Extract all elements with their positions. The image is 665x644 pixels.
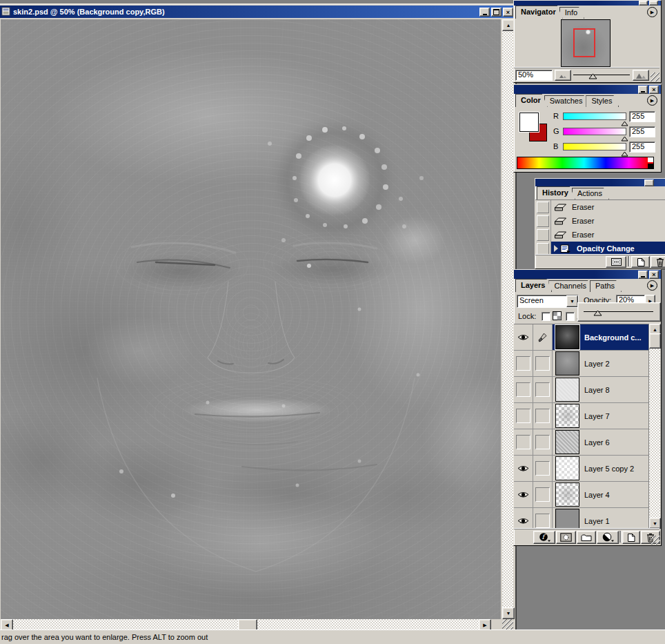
navigator-zoom-slider-track[interactable]	[573, 75, 630, 75]
lock-transparency-checkbox[interactable]	[542, 312, 550, 321]
new-snapshot-button[interactable]	[631, 256, 650, 268]
layer-visibility-cell[interactable]	[514, 324, 533, 350]
tab-layers[interactable]: Layers	[515, 279, 552, 292]
visibility-well[interactable]	[516, 356, 530, 371]
tab-channels[interactable]: Channels	[548, 280, 593, 292]
tab-color[interactable]: Color	[515, 94, 548, 107]
new-layer-button[interactable]	[622, 531, 640, 544]
layers-scrollbar[interactable]: ▲ ▼	[648, 324, 660, 529]
layer-visibility-cell[interactable]	[514, 377, 533, 402]
layer-link-cell[interactable]	[533, 351, 553, 376]
history-titlebar[interactable]	[535, 179, 665, 186]
color-spectrum-ramp[interactable]	[517, 157, 654, 169]
history-snapshot-well[interactable]	[535, 242, 551, 255]
snapshot-checkbox[interactable]	[537, 229, 549, 241]
zoom-out-button[interactable]	[555, 70, 571, 81]
navigator-zoom-slider-thumb[interactable]	[588, 72, 597, 81]
layer-main[interactable]: Layer 2	[553, 351, 648, 376]
add-layer-mask-button[interactable]	[556, 531, 576, 544]
layer-thumbnail[interactable]	[555, 325, 579, 349]
layer-main[interactable]: Layer 4	[553, 482, 648, 507]
link-well[interactable]	[535, 356, 550, 371]
snapshot-checkbox[interactable]	[537, 202, 549, 213]
minimize-button[interactable]	[638, 271, 648, 279]
layer-row[interactable]: Layer 8	[514, 377, 648, 403]
horizontal-scrollbar[interactable]: ◀ ▶	[1, 619, 491, 630]
snapshot-checkbox[interactable]	[537, 215, 549, 227]
history-state-main[interactable]: Eraser	[551, 200, 665, 214]
spectrum-white-swatch[interactable]	[648, 157, 653, 162]
layer-visibility-cell[interactable]	[514, 508, 533, 529]
minimize-button[interactable]	[644, 179, 654, 186]
window-resize-grip[interactable]	[502, 619, 513, 630]
layer-link-cell[interactable]	[533, 508, 553, 529]
new-document-from-state-button[interactable]	[606, 256, 626, 268]
close-button[interactable]: ×	[649, 271, 659, 279]
lock-image-checkbox[interactable]	[566, 312, 575, 321]
navigator-titlebar[interactable]	[514, 1, 661, 6]
panel-menu-icon[interactable]: ▶	[647, 280, 657, 291]
layer-main[interactable]: Background c...	[553, 324, 648, 350]
panel-resize-grip[interactable]	[651, 72, 659, 81]
visibility-well[interactable]	[516, 382, 530, 397]
layer-visibility-cell[interactable]	[514, 403, 533, 429]
link-well[interactable]	[535, 382, 550, 397]
zoom-in-button[interactable]	[633, 70, 649, 81]
layer-link-cell[interactable]	[533, 482, 553, 507]
layer-thumbnail[interactable]	[555, 430, 579, 454]
channel-slider-track[interactable]	[563, 113, 626, 120]
channel-value-input[interactable]	[630, 142, 657, 150]
vertical-scrollbar[interactable]: ▲ ▼	[502, 19, 513, 619]
layer-link-cell[interactable]	[533, 456, 553, 481]
channel-slider-track[interactable]	[563, 143, 626, 150]
navigator-proxy-preview[interactable]	[561, 19, 611, 67]
layer-link-cell[interactable]	[533, 429, 553, 455]
layer-visibility-cell[interactable]	[514, 482, 533, 507]
layer-thumbnail[interactable]	[555, 378, 579, 402]
layer-thumbnail[interactable]	[555, 482, 579, 507]
navigator-zoom-input[interactable]	[516, 70, 554, 79]
layer-link-cell[interactable]	[533, 377, 553, 402]
layers-titlebar[interactable]: ×	[514, 270, 661, 279]
link-well[interactable]	[535, 514, 550, 528]
panel-menu-icon[interactable]: ▶	[647, 95, 657, 106]
history-state-main[interactable]: Opacity Change	[551, 242, 665, 255]
layer-thumbnail[interactable]	[555, 456, 579, 480]
history-state-row[interactable]: Eraser	[535, 214, 665, 228]
spectrum-black-swatch[interactable]	[648, 164, 653, 168]
snapshot-checkbox[interactable]	[537, 243, 549, 255]
layer-main[interactable]: Layer 6	[553, 429, 648, 455]
tab-info[interactable]: Info	[559, 7, 584, 19]
blend-mode-select[interactable]: Screen ▼	[517, 295, 579, 308]
history-state-main[interactable]: Eraser	[551, 214, 665, 228]
scroll-down-icon[interactable]: ▼	[502, 607, 515, 619]
link-well[interactable]	[535, 461, 550, 476]
layer-main[interactable]: Layer 7	[553, 403, 648, 429]
layer-thumbnail[interactable]	[555, 351, 579, 375]
layer-thumbnail[interactable]	[555, 404, 579, 428]
image-canvas[interactable]	[1, 19, 501, 619]
layer-link-cell[interactable]	[533, 324, 553, 350]
layer-row[interactable]: Layer 6	[514, 429, 648, 456]
channel-value-input[interactable]	[630, 127, 657, 135]
layer-row[interactable]: Layer 1	[514, 508, 648, 529]
minimize-button[interactable]	[479, 8, 490, 17]
layer-style-button[interactable]: f	[533, 531, 555, 544]
history-state-row[interactable]: Opacity Change	[535, 242, 665, 255]
document-titlebar[interactable]: skin2.psd @ 50% (Background copy,RGB) ×	[0, 6, 515, 18]
maximize-button[interactable]	[491, 8, 502, 17]
link-well[interactable]	[535, 487, 550, 502]
history-state-main[interactable]: Eraser	[551, 228, 665, 242]
history-snapshot-well[interactable]	[535, 200, 551, 214]
scrollbar-thumb[interactable]	[649, 333, 661, 349]
color-titlebar[interactable]: ×	[514, 85, 661, 94]
tab-styles[interactable]: Styles	[586, 95, 619, 107]
layer-row[interactable]: Background c...	[514, 324, 648, 351]
opacity-slider-thumb[interactable]	[593, 309, 602, 318]
minimize-button[interactable]	[639, 1, 648, 6]
layer-main[interactable]: Layer 8	[553, 377, 648, 402]
delete-state-button[interactable]	[651, 256, 665, 268]
new-layer-set-button[interactable]	[577, 531, 596, 544]
visibility-well[interactable]	[516, 409, 530, 423]
layer-thumbnail[interactable]	[555, 509, 579, 529]
